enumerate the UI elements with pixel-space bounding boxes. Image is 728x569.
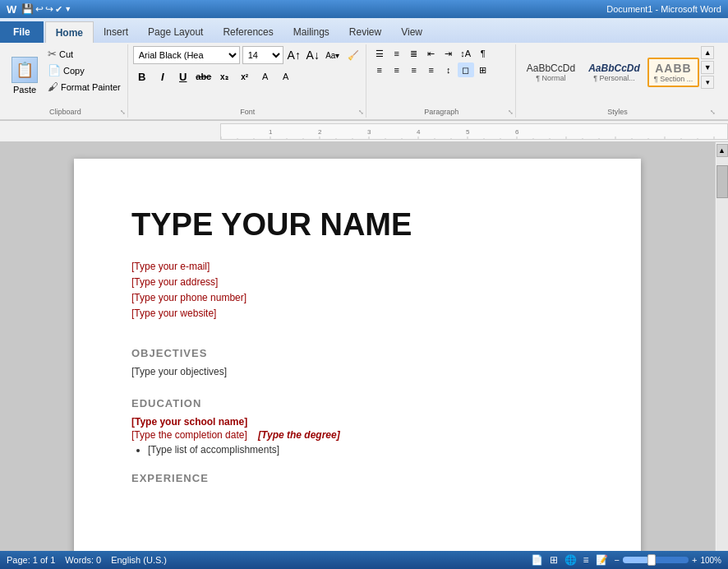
- styles-up-button[interactable]: ▲: [701, 46, 714, 59]
- italic-button[interactable]: I: [154, 67, 172, 86]
- redo-icon[interactable]: ↪: [45, 3, 53, 15]
- word-count: Words: 0: [65, 555, 101, 565]
- underline-button[interactable]: U: [174, 67, 192, 86]
- vertical-scrollbar[interactable]: ▲ ▼: [715, 142, 728, 569]
- font-grow-button[interactable]: A↑: [286, 47, 302, 63]
- clipboard-side: ✂ Cut 📄 Copy 🖌 Format Painter: [44, 46, 124, 104]
- toolbar-content: 📋 Paste ✂ Cut 📄 Copy: [0, 43, 728, 120]
- document-wrapper[interactable]: TYPE YOUR NAME [Type your e-mail] [Type …: [0, 142, 715, 569]
- borders-button[interactable]: ⊞: [475, 62, 491, 77]
- svg-text:3: 3: [367, 128, 371, 136]
- paragraph-group-label: Paragraph: [368, 108, 515, 116]
- subscript-button[interactable]: x₂: [215, 67, 233, 86]
- shading-button[interactable]: ◻: [458, 62, 474, 77]
- doc-name[interactable]: TYPE YOUR NAME: [131, 208, 583, 243]
- toolbar: 📋 Paste ✂ Cut 📄 Copy: [0, 43, 728, 120]
- doc-website[interactable]: [Type your website]: [131, 306, 583, 322]
- paragraph-expand-icon[interactable]: ⤡: [508, 109, 514, 116]
- tab-home[interactable]: Home: [45, 21, 94, 43]
- align-left-button[interactable]: ≡: [371, 62, 388, 77]
- style-normal[interactable]: AaBbCcDd ¶ Normal: [521, 59, 581, 86]
- view-print-icon[interactable]: 📄: [531, 554, 543, 566]
- align-center-button[interactable]: ≡: [389, 62, 405, 77]
- svg-text:4: 4: [417, 128, 421, 136]
- clipboard-expand-icon[interactable]: ⤡: [120, 109, 126, 116]
- objectives-content[interactable]: [Type your objectives]: [131, 366, 583, 377]
- styles-expand-icon[interactable]: ⤡: [710, 109, 716, 116]
- save-icon[interactable]: 💾: [21, 3, 34, 15]
- align-right-button[interactable]: ≡: [406, 62, 422, 77]
- decrease-indent-button[interactable]: ⇤: [423, 46, 440, 61]
- view-outline-icon[interactable]: ≡: [583, 554, 589, 566]
- tab-view[interactable]: View: [391, 21, 432, 43]
- font-color-button[interactable]: A: [277, 67, 295, 86]
- paste-button[interactable]: 📋 Paste: [7, 53, 43, 98]
- styles-row: AaBbCcDd ¶ Normal AaBbCcDd ¶ Personal...…: [521, 46, 714, 110]
- styles-more-button[interactable]: ▾: [701, 76, 714, 89]
- undo-icon[interactable]: ↩: [35, 3, 44, 15]
- numbering-button[interactable]: ≡: [389, 46, 405, 61]
- tab-insert[interactable]: Insert: [94, 21, 138, 43]
- zoom-thumb[interactable]: [647, 554, 656, 566]
- tab-file[interactable]: File: [0, 21, 44, 43]
- view-draft-icon[interactable]: 📝: [596, 554, 608, 566]
- bullets-button[interactable]: ☰: [371, 46, 388, 61]
- scroll-track[interactable]: [716, 157, 728, 569]
- tab-review[interactable]: Review: [339, 21, 391, 43]
- multilevel-list-button[interactable]: ≣: [406, 46, 422, 61]
- font-row1: Arial Black (Hea 14 A↑ A↓ Aa▾ 🧹: [133, 46, 362, 64]
- school-name[interactable]: [Type your school name]: [131, 416, 583, 428]
- check-icon[interactable]: ✔: [55, 4, 62, 15]
- styles-down-button[interactable]: ▼: [701, 61, 714, 74]
- styles-group-label: Styles: [518, 108, 717, 116]
- tab-references[interactable]: References: [213, 21, 283, 43]
- word-icon: W: [7, 3, 16, 16]
- experience-heading[interactable]: EXPERIENCE: [131, 472, 583, 484]
- font-size-select[interactable]: 14: [242, 46, 283, 64]
- tab-page-layout[interactable]: Page Layout: [138, 21, 213, 43]
- font-expand-icon[interactable]: ⤡: [358, 109, 364, 116]
- line-spacing-button[interactable]: ↕: [440, 62, 457, 77]
- zoom-slider[interactable]: [623, 557, 689, 563]
- style-personal-preview: AaBbCcDd: [588, 62, 640, 74]
- justify-button[interactable]: ≡: [423, 62, 440, 77]
- font-shrink-button[interactable]: A↓: [305, 47, 321, 63]
- change-case-button[interactable]: Aa▾: [324, 46, 342, 64]
- document[interactable]: TYPE YOUR NAME [Type your e-mail] [Type …: [74, 159, 641, 569]
- tab-mailings[interactable]: Mailings: [283, 21, 339, 43]
- copy-button[interactable]: 📄 Copy: [44, 62, 124, 78]
- zoom-in-icon[interactable]: +: [692, 555, 697, 565]
- education-heading[interactable]: EDUCATION: [131, 397, 583, 409]
- doc-email[interactable]: [Type your e-mail]: [131, 259, 583, 275]
- doc-address[interactable]: [Type your address]: [131, 275, 583, 290]
- paragraph-controls: ☰ ≡ ≣ ⇤ ⇥ ↕A ¶ ≡ ≡ ≡ ≡ ↕ ◻: [371, 46, 512, 89]
- accomplishment-item[interactable]: [Type list of accomplishments]: [148, 444, 583, 456]
- zoom-out-icon[interactable]: −: [615, 555, 620, 565]
- style-personal[interactable]: AaBbCcDd ¶ Personal...: [583, 59, 646, 86]
- paste-icon: 📋: [12, 57, 38, 83]
- sort-button[interactable]: ↕A: [458, 46, 474, 61]
- degree[interactable]: [Type the degree]: [258, 429, 340, 441]
- scroll-up-button[interactable]: ▲: [716, 144, 728, 157]
- objectives-heading[interactable]: OBJECTIVES: [131, 347, 583, 359]
- increase-indent-button[interactable]: ⇥: [440, 46, 457, 61]
- status-right: 📄 ⊞ 🌐 ≡ 📝 − + 100%: [531, 554, 721, 566]
- highlight-color-button[interactable]: A: [256, 67, 274, 86]
- format-painter-icon: 🖌: [48, 81, 58, 93]
- cut-button[interactable]: ✂ Cut: [44, 46, 124, 62]
- view-fullscreen-icon[interactable]: ⊞: [550, 554, 558, 566]
- scroll-thumb[interactable]: [716, 165, 728, 198]
- superscript-button[interactable]: x²: [236, 67, 254, 86]
- doc-phone[interactable]: [Type your phone number]: [131, 290, 583, 306]
- show-hide-button[interactable]: ¶: [475, 46, 491, 61]
- title-text: Document1 - Microsoft Word: [606, 4, 721, 14]
- completion-date[interactable]: [Type the completion date] [Type the deg…: [131, 429, 583, 441]
- font-family-select[interactable]: Arial Black (Hea: [133, 46, 240, 64]
- dropdown-icon[interactable]: ▼: [64, 5, 71, 13]
- style-section[interactable]: AABB ¶ Section ...: [647, 58, 699, 88]
- strikethrough-button[interactable]: abc: [195, 67, 213, 86]
- clear-format-button[interactable]: 🧹: [344, 46, 362, 64]
- format-painter-button[interactable]: 🖌 Format Painter: [44, 79, 124, 95]
- view-web-icon[interactable]: 🌐: [564, 554, 577, 566]
- bold-button[interactable]: B: [133, 67, 151, 86]
